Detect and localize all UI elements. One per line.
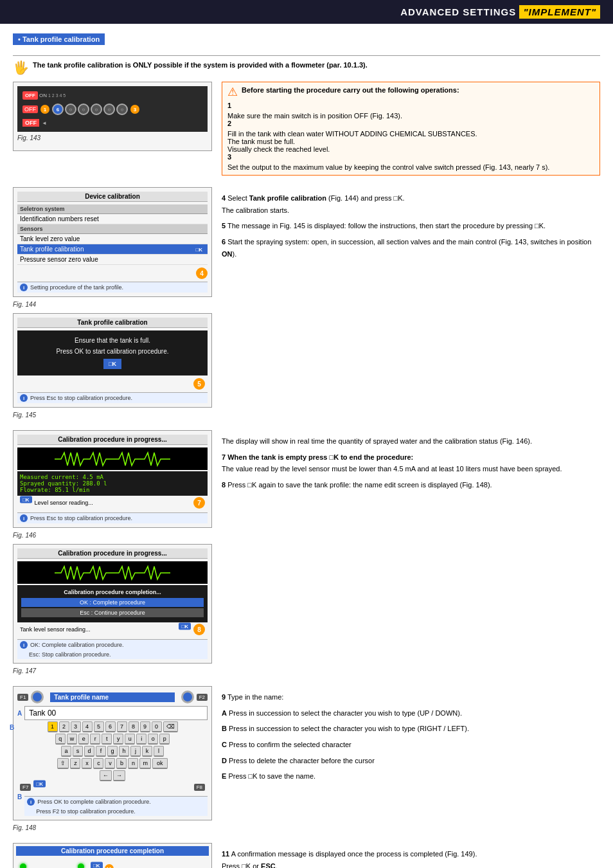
fig-145-line1: Ensure that the tank is full. bbox=[75, 337, 150, 344]
key-l[interactable]: l bbox=[154, 746, 164, 757]
key-6[interactable]: 6 bbox=[105, 721, 116, 732]
key-w[interactable]: w bbox=[67, 734, 78, 745]
right-lower: The display will show in real time the q… bbox=[222, 430, 600, 680]
key-ok[interactable]: ok bbox=[152, 758, 168, 769]
fig-145-line2: Press OK to start calibration procedure. bbox=[56, 348, 168, 355]
key-g[interactable]: g bbox=[107, 746, 118, 757]
key-s[interactable]: s bbox=[73, 746, 83, 757]
key-left[interactable]: ← bbox=[100, 770, 112, 781]
step-8: 8 Press □K again to save the tank profil… bbox=[222, 479, 600, 491]
ok-btn-148[interactable]: □K bbox=[33, 781, 46, 788]
ok-badge: □K bbox=[193, 246, 205, 253]
key-o[interactable]: o bbox=[148, 734, 158, 745]
key-y[interactable]: y bbox=[113, 734, 123, 745]
key-4[interactable]: 4 bbox=[82, 721, 93, 732]
f8-btn[interactable]: F8 bbox=[194, 784, 205, 791]
fig-149-box: Calibration procedure completion □ bbox=[13, 843, 212, 868]
ok-btn-147: □K bbox=[179, 622, 191, 629]
fig-149-body: □K 11 bbox=[16, 860, 209, 868]
fig-147-ok: OK : Complete procedure bbox=[21, 598, 204, 607]
key-t[interactable]: t bbox=[102, 734, 112, 745]
f1-btn[interactable]: F1 bbox=[17, 694, 28, 701]
main-content: • Tank profile calibration 🖐 The tank pr… bbox=[0, 24, 613, 868]
key-0[interactable]: 0 bbox=[152, 721, 162, 732]
header-highlight: "IMPLEMENT" bbox=[519, 5, 600, 19]
key-q[interactable]: q bbox=[55, 734, 66, 745]
fig-147-footer2: Esc: Stop calibration procedure. bbox=[17, 650, 208, 659]
key-m[interactable]: m bbox=[139, 758, 151, 769]
fig-148-footer2: Press F2 to stop calibration procedure. bbox=[24, 807, 208, 816]
fig-147-label: Fig. 147 bbox=[13, 667, 212, 674]
key-8[interactable]: 8 bbox=[129, 721, 139, 732]
warning-triangle-icon: ⚠ bbox=[227, 86, 238, 98]
info-icon: i bbox=[20, 284, 28, 291]
info-icon-5: i bbox=[27, 798, 35, 806]
fig-148-box: F1 Tank profile name F2 A Tank 00 bbox=[13, 686, 212, 820]
alert-step-1: 1 Make sure the main switch is in positi… bbox=[227, 102, 594, 120]
callout-4: 4 bbox=[196, 267, 208, 279]
keyboard-row-3: a s d f g h j k l bbox=[17, 746, 208, 757]
ok-btn-149[interactable]: □K bbox=[91, 862, 103, 868]
right-top: ⚠ Before starting the procedure carry ou… bbox=[222, 82, 600, 181]
steps-4-6: 4 Select Tank profile calibration (Fig. … bbox=[222, 192, 600, 260]
fig-145-box: Tank profile calibration Ensure that the… bbox=[13, 313, 212, 408]
step-11: 11 A confirmation message is displayed o… bbox=[222, 848, 600, 868]
steps-9: 9 Type in the name: A Press in successio… bbox=[222, 691, 600, 782]
callout-1: 1 bbox=[40, 105, 49, 114]
key-x[interactable]: x bbox=[82, 758, 92, 769]
f2-btn[interactable]: F2 bbox=[197, 694, 208, 701]
device-row-seletron: Seletron system bbox=[17, 204, 208, 214]
key-b[interactable]: b bbox=[116, 758, 127, 769]
f7-btn[interactable]: F7 bbox=[20, 784, 31, 791]
key-k[interactable]: k bbox=[142, 746, 152, 757]
key-n[interactable]: n bbox=[128, 758, 138, 769]
step-4: 4 Select Tank profile calibration (Fig. … bbox=[222, 192, 600, 216]
warning-text: The tank profile calibration is ONLY pos… bbox=[33, 61, 368, 69]
device-row-tank-profile[interactable]: Tank profile calibration □K bbox=[17, 244, 208, 255]
key-9[interactable]: 9 bbox=[140, 721, 150, 732]
hand-icon: 🖐 bbox=[13, 60, 29, 75]
key-u[interactable]: u bbox=[125, 734, 135, 745]
info-icon-2: i bbox=[20, 394, 28, 402]
fig-143-label: Fig. 143 bbox=[17, 134, 208, 141]
callout-3: 3 bbox=[130, 105, 139, 114]
fig-143-box: OFF ON 1 2 3 4 5 OFF 1 6 ○ bbox=[13, 82, 212, 151]
tank-name-display[interactable]: Tank 00 bbox=[24, 706, 208, 720]
fig-146-flowrate: Flowrate: 85.1 l/min bbox=[20, 487, 205, 493]
key-d[interactable]: d bbox=[84, 746, 94, 757]
fig-146-footer: i Press Esc to stop calibration procedur… bbox=[17, 512, 208, 523]
device-row-ident: Identification numbers reset bbox=[17, 214, 208, 224]
key-3[interactable]: 3 bbox=[71, 721, 81, 732]
key-f[interactable]: f bbox=[96, 746, 106, 757]
key-z[interactable]: z bbox=[70, 758, 80, 769]
key-p[interactable]: p bbox=[159, 734, 170, 745]
key-c[interactable]: c bbox=[93, 758, 103, 769]
lower-section: Calibration procedure in progress... Mea… bbox=[13, 430, 600, 680]
top-section: OFF ON 1 2 3 4 5 OFF 1 6 ○ bbox=[13, 82, 600, 181]
label-a-top: A bbox=[17, 710, 22, 717]
fig-147-title: Calibration procedure in progress... bbox=[17, 548, 208, 559]
key-right[interactable]: → bbox=[113, 770, 125, 781]
key-shift[interactable]: ⇧ bbox=[57, 758, 69, 769]
key-1[interactable]: 1 bbox=[48, 721, 58, 732]
key-j[interactable]: j bbox=[130, 746, 141, 757]
key-7[interactable]: 7 bbox=[117, 721, 127, 732]
key-a[interactable]: a bbox=[61, 746, 71, 757]
key-v[interactable]: v bbox=[105, 758, 115, 769]
key-2[interactable]: 2 bbox=[59, 721, 69, 732]
key-i[interactable]: i bbox=[136, 734, 147, 745]
keyboard-row-4: ⇧ z x c v b n m ok bbox=[17, 758, 208, 769]
page-header: ADVANCED SETTINGS "IMPLEMENT" bbox=[0, 0, 613, 24]
fig-144-label: Fig. 144 bbox=[13, 301, 212, 308]
fig-144-box: Device calibration Seletron system Ident… bbox=[13, 187, 212, 297]
step-B: B Press in succession to select the char… bbox=[222, 723, 600, 735]
key-r[interactable]: r bbox=[90, 734, 100, 745]
fig-146-label: Fig. 146 bbox=[13, 532, 212, 539]
key-backspace[interactable]: ⌫ bbox=[163, 721, 178, 732]
key-h[interactable]: h bbox=[119, 746, 129, 757]
key-5[interactable]: 5 bbox=[94, 721, 104, 732]
fig-147-box: Calibration procedure in progress... Cal… bbox=[13, 544, 212, 664]
right-mid: 4 Select Tank profile calibration (Fig. … bbox=[222, 187, 600, 424]
key-e[interactable]: e bbox=[78, 734, 89, 745]
step-7: 7 When the tank is empty press □K to end… bbox=[222, 451, 600, 475]
